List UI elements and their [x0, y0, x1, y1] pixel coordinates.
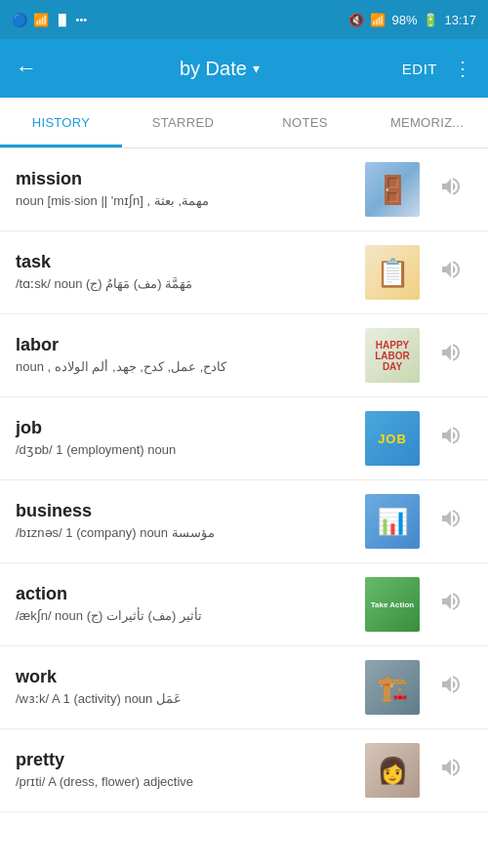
- word-definition: /bɪznəs/ 1 (company) noun مؤسسة: [16, 524, 355, 542]
- word-name: action: [16, 584, 355, 604]
- clock: 13:17: [444, 13, 476, 27]
- tab-history[interactable]: HISTORY: [0, 98, 122, 147]
- speaker-icon: [439, 590, 463, 619]
- list-item[interactable]: labor noun , كادح, عمل, كدح, جهد, ألم ال…: [0, 314, 488, 397]
- sound-button[interactable]: [429, 583, 472, 626]
- word-name: task: [16, 252, 355, 272]
- word-image: HAPPYLABORDAY: [365, 328, 420, 383]
- list-item[interactable]: task /tɑːsk/ noun مَهَمَّة (مف) مَهَامُ …: [0, 231, 488, 314]
- speaker-icon: [439, 258, 463, 287]
- sound-button[interactable]: [429, 251, 472, 294]
- word-text-block: task /tɑːsk/ noun مَهَمَّة (مف) مَهَامُ …: [16, 252, 355, 293]
- list-item[interactable]: mission noun [mis·sion || 'mɪʃn] , مهمة,…: [0, 148, 488, 231]
- word-image: Take Action: [365, 577, 420, 632]
- speaker-icon: [439, 507, 463, 536]
- word-image: 🚪: [365, 162, 420, 217]
- dots-icon: •••: [76, 14, 88, 25]
- list-item[interactable]: work /wɜːk/ A 1 (activity) noun عَمَل 🏗️: [0, 646, 488, 729]
- more-button[interactable]: ⋮: [453, 57, 472, 80]
- word-definition: /tɑːsk/ noun مَهَمَّة (مف) مَهَامُ (ج): [16, 275, 355, 293]
- word-definition: /dʒɒb/ 1 (employment) noun: [16, 441, 355, 459]
- top-bar-actions: EDIT ⋮: [402, 57, 472, 80]
- page-title: by Date: [180, 58, 247, 80]
- back-button[interactable]: ←: [16, 56, 37, 81]
- word-list: mission noun [mis·sion || 'mɪʃn] , مهمة,…: [0, 148, 488, 868]
- word-text-block: action /ækʃn/ noun (ج) تأثير (مف) تأثيرا…: [16, 584, 355, 625]
- sound-button[interactable]: [429, 749, 472, 792]
- word-thumbnail: 👩: [365, 743, 420, 798]
- tab-starred[interactable]: STARRED: [122, 98, 244, 147]
- speaker-icon: [439, 673, 463, 702]
- sound-button[interactable]: [429, 417, 472, 460]
- word-text-block: job /dʒɒb/ 1 (employment) noun: [16, 418, 355, 459]
- tab-bar: HISTORY STARRED NOTES MEMORIZ...: [0, 98, 488, 148]
- sound-button[interactable]: [429, 168, 472, 211]
- top-bar: ← by Date ▾ EDIT ⋮: [0, 39, 488, 98]
- battery-level: 98%: [391, 13, 417, 27]
- sound-button[interactable]: [429, 334, 472, 377]
- word-thumbnail: HAPPYLABORDAY: [365, 328, 420, 383]
- word-thumbnail: JOB: [365, 411, 420, 466]
- speaker-icon: [439, 424, 463, 453]
- word-text-block: labor noun , كادح, عمل, كدح, جهد, ألم ال…: [16, 335, 355, 376]
- status-bar: 🔵 📶 ▐▌ ••• 🔇 📶 98% 🔋 13:17: [0, 0, 488, 39]
- list-item[interactable]: action /ækʃn/ noun (ج) تأثير (مف) تأثيرا…: [0, 563, 488, 646]
- word-thumbnail: 🏗️: [365, 660, 420, 715]
- signal-icon: ▐▌: [55, 14, 70, 25]
- word-name: business: [16, 501, 355, 521]
- word-thumbnail: Take Action: [365, 577, 420, 632]
- word-image: 🏗️: [365, 660, 420, 715]
- speaker-icon: [439, 175, 463, 204]
- speaker-icon: [439, 341, 463, 370]
- word-name: job: [16, 418, 355, 438]
- word-name: work: [16, 667, 355, 687]
- tab-memorize[interactable]: MEMORIZ...: [366, 98, 488, 147]
- word-name: mission: [16, 169, 355, 189]
- status-bar-left: 🔵 📶 ▐▌ •••: [12, 13, 87, 27]
- wifi-icon: 📶: [33, 13, 49, 27]
- status-bar-right: 🔇 📶 98% 🔋 13:17: [348, 13, 476, 27]
- word-text-block: business /bɪznəs/ 1 (company) noun مؤسسة: [16, 501, 355, 542]
- word-thumbnail: 📊: [365, 494, 420, 549]
- tab-notes[interactable]: NOTES: [244, 98, 366, 147]
- word-image: JOB: [365, 411, 420, 466]
- dropdown-icon: ▾: [253, 61, 260, 76]
- word-definition: /wɜːk/ A 1 (activity) noun عَمَل: [16, 690, 355, 708]
- notification-icon: 🔵: [12, 13, 27, 27]
- battery-icon: 🔋: [423, 13, 438, 27]
- word-definition: /ækʃn/ noun (ج) تأثير (مف) تأثيرات: [16, 607, 355, 625]
- word-text-block: pretty /prɪti/ A (dress, flower) adjecti…: [16, 750, 355, 791]
- word-text-block: mission noun [mis·sion || 'mɪʃn] , مهمة,…: [16, 169, 355, 210]
- word-name: pretty: [16, 750, 355, 770]
- list-item[interactable]: business /bɪznəs/ 1 (company) noun مؤسسة…: [0, 480, 488, 563]
- speaker-icon: [439, 756, 463, 785]
- edit-button[interactable]: EDIT: [402, 61, 437, 77]
- sound-button[interactable]: [429, 500, 472, 543]
- word-image: 📋: [365, 245, 420, 300]
- sound-button[interactable]: [429, 666, 472, 709]
- mute-icon: 🔇: [348, 13, 364, 27]
- word-image: 👩: [365, 743, 420, 798]
- wifi-status-icon: 📶: [370, 13, 386, 27]
- word-thumbnail: 🚪: [365, 162, 420, 217]
- word-definition: /prɪti/ A (dress, flower) adjective: [16, 773, 355, 791]
- list-item[interactable]: pretty /prɪti/ A (dress, flower) adjecti…: [0, 729, 488, 812]
- word-definition: noun [mis·sion || 'mɪʃn] , مهمة, بعثة: [16, 192, 355, 210]
- word-image: 📊: [365, 494, 420, 549]
- word-name: labor: [16, 335, 355, 355]
- title-area[interactable]: by Date ▾: [180, 58, 260, 80]
- word-text-block: work /wɜːk/ A 1 (activity) noun عَمَل: [16, 667, 355, 708]
- list-item[interactable]: job /dʒɒb/ 1 (employment) noun JOB: [0, 397, 488, 480]
- word-definition: noun , كادح, عمل, كدح, جهد, ألم الولاده: [16, 358, 355, 376]
- word-thumbnail: 📋: [365, 245, 420, 300]
